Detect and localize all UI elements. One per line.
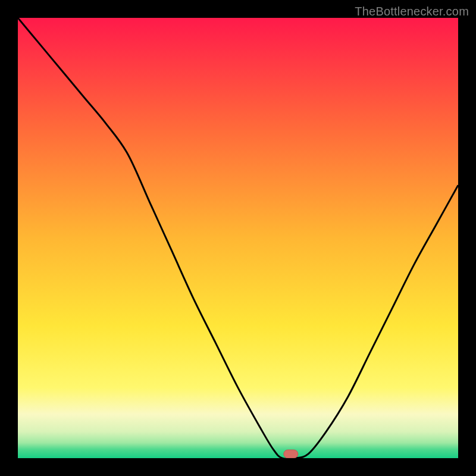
chart-container: TheBottlenecker.com — [0, 0, 476, 476]
chart-svg — [18, 18, 458, 458]
attribution-text: TheBottlenecker.com — [355, 5, 469, 18]
optimal-marker — [284, 450, 298, 458]
chart-plot-area — [18, 18, 458, 458]
gradient-background — [18, 18, 458, 458]
